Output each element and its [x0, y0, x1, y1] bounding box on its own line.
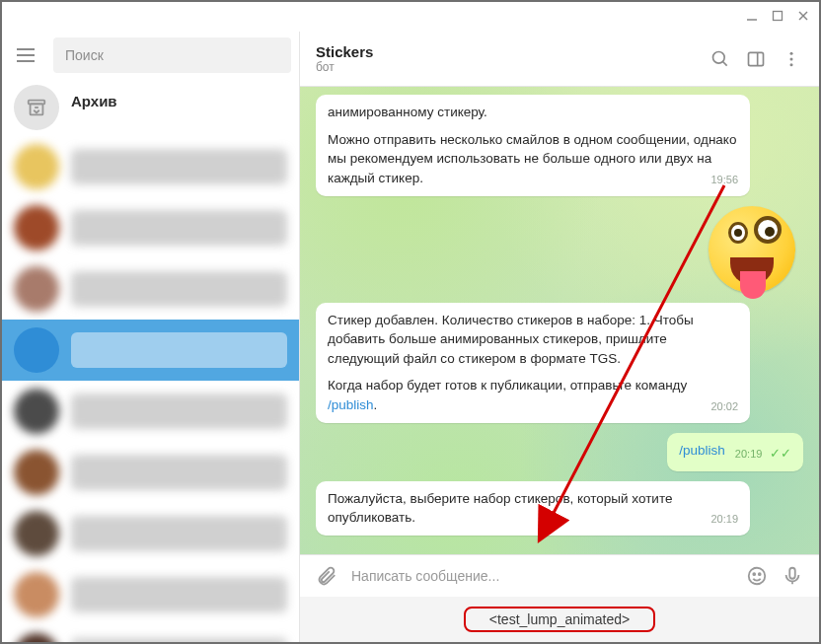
message-time: 20:19 ✓✓	[735, 445, 791, 464]
svg-rect-21	[789, 568, 795, 579]
incoming-message: Пожалуйста, выберите набор стикеров, кот…	[316, 481, 750, 537]
list-item[interactable]	[2, 136, 299, 197]
suggestion-text: <test_lump_animated>	[489, 611, 630, 627]
list-item[interactable]	[2, 564, 299, 625]
message-text: анимированному стикеру.	[328, 103, 738, 122]
message-input[interactable]: Написать сообщение...	[351, 568, 732, 584]
message-text[interactable]: /publish	[679, 443, 725, 458]
list-item[interactable]	[2, 625, 299, 642]
message-time: 20:19	[710, 512, 738, 528]
menu-button[interactable]	[6, 37, 45, 73]
chat-subtitle: бот	[316, 60, 697, 74]
svg-line-11	[723, 61, 727, 65]
message-text: Пожалуйста, выберите набор стикеров, кот…	[328, 491, 672, 526]
list-item[interactable]	[2, 197, 299, 258]
list-item[interactable]	[2, 503, 299, 564]
incoming-message: анимированному стикеру. Можно отправить …	[316, 95, 750, 196]
archive-subtitle	[71, 109, 117, 123]
close-icon[interactable]	[797, 8, 809, 26]
chat-title: Stickers	[316, 43, 697, 60]
message-text: Стикер добавлен. Количество стикеров в н…	[328, 311, 738, 369]
more-icon[interactable]	[780, 47, 803, 71]
list-item[interactable]	[2, 442, 299, 503]
voice-icon[interactable]	[782, 565, 803, 587]
message-time: 19:56	[710, 173, 738, 188]
message-text: Когда набор будет готов к публикации, от…	[328, 378, 687, 393]
svg-rect-1	[774, 12, 783, 21]
sidepanel-icon[interactable]	[744, 47, 768, 71]
search-placeholder: Поиск	[65, 47, 104, 63]
list-item[interactable]	[2, 381, 299, 442]
archive-label: Архив	[71, 93, 117, 109]
messages-area[interactable]: анимированному стикеру. Можно отправить …	[300, 87, 819, 554]
svg-point-10	[713, 51, 725, 63]
archive-row[interactable]: Архив	[2, 79, 299, 136]
svg-point-20	[759, 573, 761, 575]
chat-panel: Stickers бот анимированному стикеру. Мож…	[300, 32, 819, 642]
svg-point-18	[749, 568, 766, 585]
svg-point-19	[753, 573, 755, 575]
svg-point-14	[790, 51, 793, 54]
window-titlebar	[2, 2, 819, 32]
list-item[interactable]	[2, 258, 299, 320]
emoji-icon[interactable]	[746, 565, 768, 587]
search-icon[interactable]	[709, 47, 732, 71]
svg-point-15	[790, 57, 793, 60]
search-input[interactable]: Поиск	[53, 37, 291, 73]
maximize-icon[interactable]	[772, 8, 784, 26]
incoming-message: Стикер добавлен. Количество стикеров в н…	[316, 303, 750, 423]
suggestion-bar: <test_lump_animated>	[300, 597, 819, 642]
chat-header: Stickers бот	[300, 32, 819, 87]
svg-point-16	[790, 63, 793, 66]
message-time: 20:02	[710, 399, 738, 415]
suggestion-button[interactable]: <test_lump_animated>	[464, 607, 655, 632]
list-item-selected[interactable]	[2, 320, 299, 381]
archive-icon	[14, 85, 59, 130]
message-text: Можно отправить несколько смайлов в одно…	[328, 132, 736, 185]
publish-command-link[interactable]: /publish	[328, 397, 374, 412]
sidebar: Поиск Архив	[2, 32, 300, 642]
composer: Написать сообщение...	[300, 554, 819, 597]
svg-rect-12	[749, 52, 764, 65]
read-ticks-icon: ✓✓	[766, 446, 791, 461]
minimize-icon[interactable]	[746, 8, 758, 26]
outgoing-message: /publish 20:19 ✓✓	[667, 433, 803, 471]
chat-list[interactable]	[2, 136, 299, 642]
sticker-wink-emoji[interactable]	[709, 206, 795, 293]
attach-icon[interactable]	[316, 565, 337, 587]
